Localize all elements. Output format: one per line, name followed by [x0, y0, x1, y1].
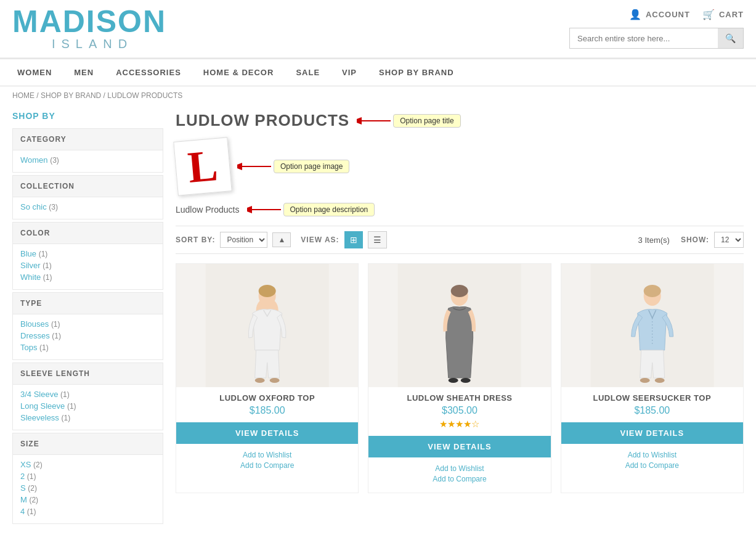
sort-direction-button[interactable]: ▲: [272, 232, 291, 247]
view-details-button[interactable]: VIEW DETAILS: [368, 436, 550, 457]
title-arrow: Option page title: [357, 114, 460, 128]
show-select[interactable]: 12 24 All: [714, 232, 744, 248]
sort-label: SORT BY:: [176, 236, 215, 244]
main-nav: WOMENMENACCESSORIESHOME & DECORSALEVIPSH…: [0, 59, 756, 86]
add-compare-link[interactable]: Add to Compare: [176, 461, 358, 470]
brand-logo: L: [173, 137, 232, 195]
filter-link[interactable]: 2 (1): [20, 472, 36, 481]
logo-island: ISLAND: [12, 37, 166, 51]
filter-count: (1): [52, 332, 61, 340]
product-rating: ★★★★☆: [368, 419, 550, 430]
view-details-button[interactable]: VIEW DETAILS: [561, 422, 743, 444]
filter-header-category: CATEGORY: [12, 128, 163, 150]
svg-point-15: [449, 378, 458, 383]
filter-link[interactable]: Women (3): [20, 155, 59, 165]
filter-count: (3): [50, 156, 59, 165]
page-title: LUDLOW PRODUCTS: [176, 111, 349, 130]
filter-link[interactable]: Blouses (1): [20, 319, 60, 329]
filter-section-collection: COLLECTIONSo chic (3): [12, 175, 163, 219]
search-input[interactable]: [570, 28, 718, 48]
annotation-image-box: Option page image: [274, 160, 349, 173]
filter-count: (1): [39, 250, 48, 258]
nav-item-accessories[interactable]: ACCESSORIES: [105, 59, 192, 86]
filter-section-category: CATEGORYWomen (3): [12, 128, 163, 173]
annotation-desc-box: Option page description: [283, 203, 375, 216]
filter-link[interactable]: White (1): [20, 272, 52, 282]
filter-section-type: TYPEBlouses (1)Dresses (1)Tops (1): [12, 292, 163, 360]
cart-link[interactable]: 🛒 CART: [702, 9, 744, 20]
sort-select[interactable]: Position Name Price: [220, 232, 267, 248]
filter-item: So chic (3): [20, 202, 155, 211]
add-compare-link[interactable]: Add to Compare: [561, 461, 743, 470]
filter-link[interactable]: 3/4 Sleeve (1): [20, 390, 70, 399]
filter-link[interactable]: Long Sleeve (1): [20, 401, 76, 411]
filter-count: (1): [43, 273, 52, 282]
product-actions: Add to Wishlist Add to Compare: [561, 444, 743, 479]
filter-header-sleeve length: SLEEVE LENGTH: [12, 363, 163, 385]
breadcrumb-separator: /: [35, 91, 41, 100]
breadcrumb-item-0[interactable]: HOME: [12, 91, 35, 100]
nav-item-women[interactable]: WOMEN: [6, 59, 63, 86]
filter-count: (1): [43, 261, 52, 270]
filter-section-color: COLORBlue (1)Silver (1)White (1): [12, 222, 163, 290]
account-link[interactable]: 👤 ACCOUNT: [629, 9, 690, 20]
product-price: $305.00: [368, 405, 550, 416]
product-grid: LUDLOW OXFORD TOP $185.00 VIEW DETAILS A…: [176, 263, 744, 493]
view-details-button[interactable]: VIEW DETAILS: [176, 422, 358, 444]
header: MADISON ISLAND 👤 ACCOUNT 🛒 CART 🔍: [0, 0, 756, 59]
add-wishlist-link[interactable]: Add to Wishlist: [368, 464, 550, 473]
filter-link[interactable]: S (2): [20, 483, 37, 493]
filter-count: (2): [29, 496, 38, 504]
product-image: [561, 264, 743, 387]
product-card: LUDLOW SHEATH DRESS $305.00 ★★★★☆ VIEW D…: [368, 263, 551, 493]
nav-item-sale[interactable]: SALE: [285, 59, 331, 86]
nav-item-vip[interactable]: VIP: [331, 59, 368, 86]
filter-link[interactable]: XS (2): [20, 460, 43, 469]
svg-point-9: [259, 285, 276, 297]
filter-item: 3/4 Sleeve (1): [20, 390, 155, 399]
nav-item-home-decor[interactable]: HOME & DECOR: [192, 59, 285, 86]
search-button[interactable]: 🔍: [718, 28, 743, 48]
filter-item: XS (2): [20, 460, 155, 469]
breadcrumb-item-2[interactable]: LUDLOW PRODUCTS: [107, 91, 182, 100]
nav-item-men[interactable]: MEN: [63, 59, 105, 86]
breadcrumb-item-1[interactable]: SHOP BY BRAND: [41, 91, 101, 100]
items-count: 3 Item(s): [638, 236, 670, 245]
filter-link[interactable]: Dresses (1): [20, 331, 61, 340]
brand-description-text: Ludlow Products: [176, 205, 240, 215]
filter-link[interactable]: Silver (1): [20, 261, 52, 270]
filter-link[interactable]: Sleeveless (1): [20, 413, 70, 422]
filter-header-collection: COLLECTION: [12, 175, 163, 197]
filter-link[interactable]: M (2): [20, 495, 38, 504]
filter-item: S (2): [20, 483, 155, 493]
image-arrow: Option page image: [237, 160, 349, 173]
add-compare-link[interactable]: Add to Compare: [368, 475, 550, 483]
add-wishlist-link[interactable]: Add to Wishlist: [176, 451, 358, 459]
product-actions: Add to Wishlist Add to Compare: [176, 444, 358, 479]
product-image: [368, 264, 550, 387]
product-name: LUDLOW OXFORD TOP: [181, 393, 353, 403]
filter-item: Dresses (1): [20, 331, 155, 340]
add-wishlist-link[interactable]: Add to Wishlist: [561, 451, 743, 459]
filter-link[interactable]: 4 (1): [20, 507, 36, 516]
svg-point-10: [255, 378, 265, 383]
view-list-button[interactable]: ☰: [368, 231, 387, 248]
product-name: LUDLOW SEERSUCKER TOP: [566, 393, 738, 403]
nav-item-shop-by-brand[interactable]: SHOP BY BRAND: [368, 59, 465, 86]
filter-count: (1): [61, 414, 70, 422]
cart-label: CART: [719, 10, 744, 19]
filter-count: (1): [51, 320, 60, 329]
filter-item: Blouses (1): [20, 319, 155, 329]
search-bar: 🔍: [569, 28, 744, 49]
brand-description-row: Ludlow Products Option page description: [176, 203, 744, 216]
filter-item: Sleeveless (1): [20, 413, 155, 422]
red-arrow-icon: [357, 115, 391, 126]
annotation-title-box: Option page title: [393, 114, 460, 128]
brand-image-row: L Option page image: [176, 139, 744, 194]
filter-link[interactable]: Tops (1): [20, 343, 49, 352]
filter-link[interactable]: Blue (1): [20, 249, 47, 258]
filter-link[interactable]: So chic (3): [20, 202, 58, 211]
view-grid-button[interactable]: ⊞: [344, 231, 363, 248]
product-price: $185.00: [561, 405, 743, 416]
filter-header-size: SIZE: [12, 433, 163, 455]
